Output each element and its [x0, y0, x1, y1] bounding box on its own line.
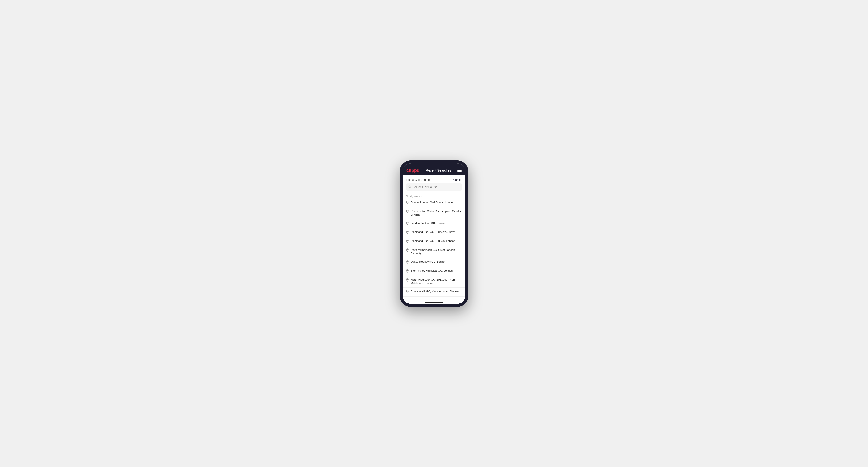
search-input[interactable]	[412, 185, 460, 189]
home-indicator	[403, 301, 465, 304]
svg-point-2	[407, 201, 408, 202]
pin-icon	[406, 222, 409, 226]
app-logo: clippd	[406, 168, 420, 173]
find-header: Find a Golf Course Cancel	[403, 175, 465, 183]
course-name: Richmond Park GC - Prince's, Surrey	[411, 230, 456, 234]
nearby-section: Nearby courses Central London Golf Centr…	[403, 193, 465, 301]
pin-icon	[406, 269, 409, 274]
pin-icon	[406, 201, 409, 205]
course-list-item[interactable]: North Middlesex GC (1011942 - North Midd…	[403, 276, 465, 288]
course-name: Royal Wimbledon GC, Great London Authori…	[411, 248, 462, 255]
svg-line-1	[410, 187, 411, 188]
main-content: Find a Golf Course Cancel	[403, 175, 465, 301]
course-name: London Scottish GC, London	[411, 221, 445, 225]
cancel-button[interactable]: Cancel	[453, 178, 462, 182]
course-list-item[interactable]: Richmond Park GC - Prince's, Surrey	[403, 228, 465, 237]
course-list-item[interactable]: Brent Valley Municipal GC, London	[403, 267, 465, 276]
pin-icon	[406, 248, 409, 253]
search-container	[403, 183, 465, 193]
svg-point-10	[407, 279, 408, 280]
course-list-item[interactable]: Richmond Park GC - Duke's, London	[403, 237, 465, 246]
phone-screen: clippd Recent Searches Find a Golf Cours…	[403, 163, 465, 304]
course-name: Roehampton Club - Roehampton, Greater Lo…	[411, 210, 462, 217]
pin-icon	[406, 290, 409, 294]
course-name: Brent Valley Municipal GC, London	[411, 269, 453, 273]
nav-bar: clippd Recent Searches	[403, 166, 465, 175]
pin-icon	[406, 260, 409, 264]
nav-title: Recent Searches	[426, 168, 451, 172]
phone-frame: clippd Recent Searches Find a Golf Cours…	[400, 160, 468, 307]
course-name: Central London Golf Centre, London	[411, 200, 454, 205]
home-bar	[425, 302, 443, 303]
course-list-item[interactable]: Royal Wimbledon GC, Great London Authori…	[403, 246, 465, 258]
svg-point-9	[407, 270, 408, 271]
course-name: Coombe Hill GC, Kingston upon Thames	[411, 290, 460, 293]
pin-icon	[406, 240, 409, 244]
nearby-label: Nearby courses	[403, 193, 465, 198]
course-name: Richmond Park GC - Duke's, London	[411, 239, 455, 243]
course-list-item[interactable]: London Scottish GC, London	[403, 219, 465, 228]
course-list-item[interactable]: Central London Golf Centre, London	[403, 198, 465, 208]
pin-icon	[406, 230, 409, 235]
course-list-item[interactable]: Roehampton Club - Roehampton, Greater Lo…	[403, 208, 465, 219]
svg-point-3	[407, 211, 408, 211]
menu-icon[interactable]	[457, 169, 462, 172]
svg-point-5	[407, 231, 408, 232]
status-bar	[403, 163, 465, 166]
course-name: North Middlesex GC (1011942 - North Midd…	[411, 278, 462, 285]
svg-point-11	[407, 291, 408, 291]
pin-icon	[406, 210, 409, 214]
pin-icon	[406, 278, 409, 282]
search-input-wrapper	[406, 183, 462, 191]
course-list: Central London Golf Centre, London Roeha…	[403, 198, 465, 297]
course-list-item[interactable]: Coombe Hill GC, Kingston upon Thames	[403, 288, 465, 297]
svg-point-6	[407, 240, 408, 241]
svg-point-0	[409, 186, 410, 187]
svg-point-7	[407, 249, 408, 250]
course-name: Dukes Meadows GC, London	[411, 260, 446, 264]
course-list-item[interactable]: Dukes Meadows GC, London	[403, 258, 465, 267]
svg-point-8	[407, 261, 408, 262]
search-icon	[408, 185, 411, 189]
find-title: Find a Golf Course	[406, 178, 430, 182]
svg-point-4	[407, 222, 408, 223]
